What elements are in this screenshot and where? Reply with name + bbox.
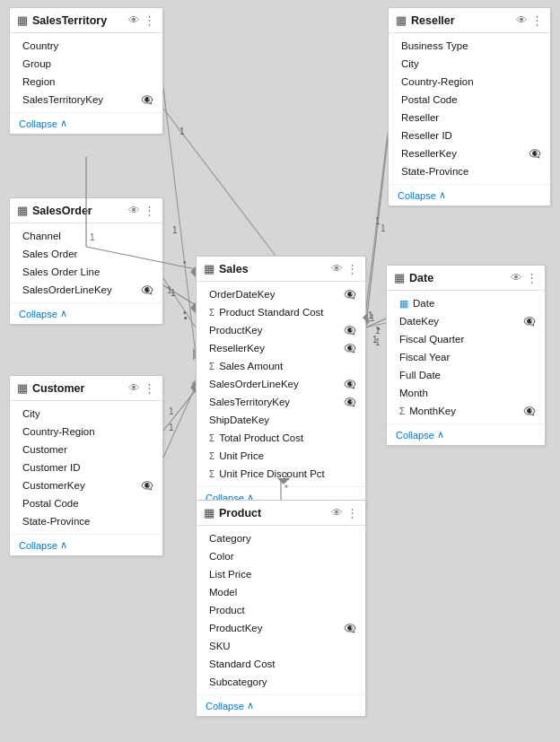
field-country-region: Country-Region [10, 423, 162, 441]
salesterritory-actions: 👁 ⋮ [128, 13, 155, 27]
customer-eye-icon[interactable]: 👁 [128, 381, 140, 395]
field-salesterritorykey: SalesTerritoryKey 👁‍🗨 [10, 91, 162, 109]
field-full-date: Full Date [387, 366, 545, 384]
date-fields: ▦ Date DateKey 👁‍🗨 Fiscal Quarter Fiscal… [387, 291, 545, 423]
table-product: ▦ Product 👁 ⋮ Category Color List Price … [196, 500, 366, 717]
field-list-price: List Price [197, 565, 365, 583]
field-productkey-p: ProductKey 👁‍🗨 [197, 619, 365, 637]
field-reseller-id: Reseller ID [389, 127, 550, 144]
field-fiscal-year: Fiscal Year [387, 348, 545, 366]
field-city-r: City [389, 55, 550, 73]
field-total-product-cost: Σ Total Product Cost [197, 429, 365, 447]
salesorder-table-icon: ▦ [17, 204, 28, 217]
customer-fields: City Country-Region Customer Customer ID… [10, 401, 162, 534]
table-customer: ▦ Customer 👁 ⋮ City Country-Region Custo… [9, 375, 163, 556]
hidden-icon: 👁‍🗨 [141, 284, 153, 296]
customer-collapse[interactable]: Collapse ∧ [19, 539, 153, 551]
product-eye-icon[interactable]: 👁 [331, 506, 343, 519]
svg-text:1: 1 [370, 313, 375, 323]
field-salesorder: Sales Order [10, 245, 162, 263]
salesterritory-footer: Collapse ∧ [10, 112, 162, 134]
date-collapse[interactable]: Collapse ∧ [396, 429, 536, 441]
field-business-type: Business Type [389, 37, 550, 55]
sales-more-icon[interactable]: ⋮ [346, 262, 358, 275]
field-salesorderline: Sales Order Line [10, 263, 162, 281]
svg-text:•: • [183, 258, 187, 267]
salesorder-title: SalesOrder [32, 205, 124, 217]
hidden-icon: 👁‍🗨 [344, 397, 356, 408]
field-color: Color [197, 547, 365, 565]
field-city: City [10, 405, 162, 423]
sales-eye-icon[interactable]: 👁 [331, 262, 343, 275]
reseller-collapse[interactable]: Collapse ∧ [398, 189, 541, 201]
salesorder-header: ▦ SalesOrder 👁 ⋮ [10, 198, 162, 223]
salesorder-collapse[interactable]: Collapse ∧ [19, 308, 153, 319]
salesterritory-table-icon: ▦ [17, 13, 28, 27]
field-region: Region [10, 73, 162, 91]
field-customerkey: CustomerKey 👁‍🗨 [10, 476, 162, 494]
customer-title: Customer [32, 382, 124, 395]
table-date: ▦ Date 👁 ⋮ ▦ Date DateKey 👁‍🗨 Fiscal Qua… [386, 265, 546, 446]
field-sku: SKU [197, 637, 365, 655]
date-eye-icon[interactable]: 👁 [511, 271, 522, 284]
field-shipdatekey: ShipDateKey [197, 411, 365, 429]
field-state-province-r: State-Province [389, 162, 550, 180]
salesorder-more-icon[interactable]: ⋮ [144, 204, 155, 217]
reseller-actions: 👁 ⋮ [516, 13, 543, 27]
customer-table-icon: ▦ [17, 381, 28, 395]
date-table-icon: ▦ [394, 271, 405, 284]
salesterritory-eye-icon[interactable]: 👁 [128, 13, 140, 27]
sum-icon: Σ [209, 308, 214, 318]
customer-more-icon[interactable]: ⋮ [144, 381, 155, 395]
svg-line-31 [366, 139, 388, 323]
svg-text:•: • [183, 308, 187, 318]
reseller-more-icon[interactable]: ⋮ [531, 13, 543, 27]
field-product-standard-cost: Σ Product Standard Cost [197, 303, 365, 321]
sum-icon: Σ [399, 406, 405, 416]
reseller-fields: Business Type City Country-Region Postal… [389, 33, 550, 184]
date-footer: Collapse ∧ [387, 423, 545, 445]
sum-icon: Σ [209, 469, 214, 479]
svg-text:1: 1 [375, 216, 381, 226]
sum-icon: Σ [209, 362, 214, 371]
diagram-canvas: 1 1 • 1 1 • 1 1 * 1 1 ▦ Sales [0, 0, 560, 742]
svg-text:•: • [184, 313, 188, 323]
svg-text:1: 1 [167, 285, 172, 295]
field-productkey: ProductKey 👁‍🗨 [197, 321, 365, 339]
salesterritory-collapse[interactable]: Collapse ∧ [19, 118, 153, 129]
hidden-icon: 👁‍🗨 [344, 379, 356, 390]
reseller-header: ▦ Reseller 👁 ⋮ [389, 8, 550, 33]
date-actions: 👁 ⋮ [511, 271, 538, 284]
svg-line-0 [163, 88, 196, 354]
salesorder-eye-icon[interactable]: 👁 [128, 204, 140, 217]
svg-text:1: 1 [169, 423, 174, 432]
product-collapse[interactable]: Collapse ∧ [206, 700, 356, 711]
field-salesterritorykey-s: SalesTerritoryKey 👁‍🗨 [197, 393, 365, 411]
field-customer: Customer [10, 441, 162, 458]
field-standard-cost: Standard Cost [197, 655, 365, 673]
field-salesorderlinekey-s: SalesOrderLineKey 👁‍🗨 [197, 375, 365, 393]
svg-text:1: 1 [372, 335, 378, 345]
sales-actions: 👁 ⋮ [331, 262, 358, 275]
hidden-icon: 👁‍🗨 [529, 148, 541, 160]
svg-text:1: 1 [169, 406, 174, 416]
field-customer-id: Customer ID [10, 458, 162, 476]
svg-line-27 [163, 285, 196, 305]
field-orderdatekey: OrderDateKey 👁‍🗨 [197, 285, 365, 303]
svg-line-13 [163, 386, 196, 458]
reseller-eye-icon[interactable]: 👁 [516, 13, 528, 27]
salesorder-actions: 👁 ⋮ [128, 204, 155, 217]
sales-table-icon: ▦ [204, 262, 214, 275]
svg-text:1: 1 [381, 223, 386, 233]
date-header: ▦ Date 👁 ⋮ [387, 266, 545, 291]
field-salesorderlinekey: SalesOrderLineKey 👁‍🗨 [10, 281, 162, 299]
product-more-icon[interactable]: ⋮ [346, 506, 358, 519]
hidden-icon: 👁‍🗨 [141, 94, 153, 106]
hidden-icon: 👁‍🗨 [523, 316, 536, 327]
reseller-table-icon: ▦ [396, 13, 407, 27]
field-category: Category [197, 529, 365, 547]
hidden-icon: 👁‍🗨 [344, 343, 356, 354]
field-month: Month [387, 384, 545, 402]
date-more-icon[interactable]: ⋮ [526, 271, 538, 284]
salesterritory-more-icon[interactable]: ⋮ [144, 13, 155, 27]
